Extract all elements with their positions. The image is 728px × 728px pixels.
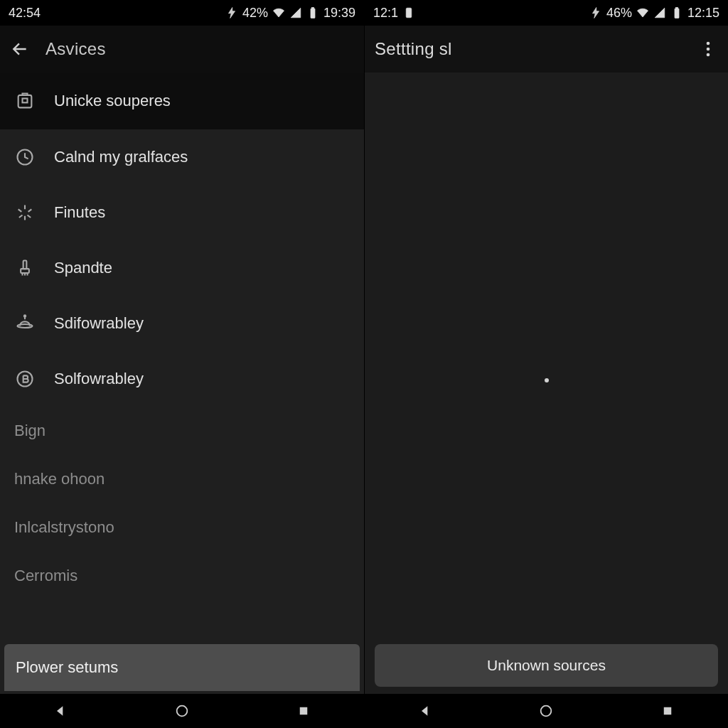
list-item[interactable]: Cerromis <box>0 552 364 600</box>
signal-icon <box>653 6 666 19</box>
svg-rect-5 <box>23 261 27 269</box>
page-title: Settting sl <box>375 39 452 59</box>
svg-point-16 <box>707 48 710 51</box>
hat-icon <box>14 313 36 334</box>
svg-point-17 <box>707 53 710 57</box>
svg-point-10 <box>177 706 188 717</box>
list-item[interactable]: Sdifowrabley <box>0 296 364 351</box>
list-item-label: Solfowrabley <box>54 370 144 388</box>
svg-rect-11 <box>299 707 307 715</box>
bolt-icon <box>589 6 602 19</box>
overflow-menu-button[interactable] <box>698 39 718 59</box>
list-item[interactable]: Inlcalstrystono <box>0 503 364 552</box>
empty-body <box>365 73 728 728</box>
page-title: Asvices <box>46 39 106 59</box>
wifi-icon <box>272 6 285 19</box>
battery-icon <box>670 6 683 19</box>
list-item-label: Bign <box>14 422 46 440</box>
circle-b-icon <box>14 368 36 390</box>
brush-icon <box>14 257 36 279</box>
list-item[interactable]: Spandte <box>0 240 364 296</box>
left-screen: 42:54 42% 19:39 <box>0 0 364 728</box>
nav-back-button[interactable] <box>46 700 75 722</box>
app-bar: Settting sl <box>365 26 728 73</box>
list-item-label: Unicke souperes <box>54 92 171 110</box>
right-screen: 12:1 46% 12:15 <box>364 0 728 728</box>
list-item[interactable]: Finutes <box>0 185 364 240</box>
snackbar-pill[interactable]: Unknown sources <box>375 644 718 687</box>
notification-icon <box>402 6 415 19</box>
list-item[interactable]: Calnd my gralfaces <box>0 129 364 185</box>
nav-home-button[interactable] <box>168 700 196 722</box>
svg-point-15 <box>707 42 710 46</box>
signal-icon <box>289 6 302 19</box>
app-bar: Asvices <box>0 26 364 73</box>
list-item[interactable]: hnake ohoon <box>0 455 364 503</box>
nav-recents-button[interactable] <box>653 700 682 722</box>
status-time-right: 12:15 <box>687 6 719 21</box>
list-item[interactable]: Solfowrabley <box>0 351 364 407</box>
status-time-right: 19:39 <box>323 6 355 21</box>
status-bar: 12:1 46% 12:15 <box>365 0 728 26</box>
list-item-label: Finutes <box>54 203 105 222</box>
status-time-left: 12:1 <box>373 6 398 21</box>
wifi-icon <box>636 6 649 19</box>
svg-rect-13 <box>675 9 679 18</box>
svg-rect-6 <box>21 269 29 273</box>
bottom-pill-label: Plower setums <box>16 658 118 677</box>
package-icon <box>14 90 36 112</box>
back-button[interactable] <box>10 39 30 59</box>
list-item[interactable]: Unicke souperes <box>0 73 364 129</box>
status-battery-pct: 46% <box>606 6 632 21</box>
list-item-label: Spandte <box>54 259 112 277</box>
list-item-label: Inlcalstrystono <box>14 518 114 537</box>
list-item-label: Cerromis <box>14 567 77 585</box>
status-time-left: 42:54 <box>9 6 41 21</box>
list-item-label: Calnd my gralfaces <box>54 148 188 166</box>
nav-home-button[interactable] <box>532 700 560 722</box>
status-battery-pct: 42% <box>242 6 268 21</box>
bottom-highlight-pill[interactable]: Plower setums <box>4 644 360 691</box>
status-bar: 42:54 42% 19:39 <box>0 0 364 26</box>
svg-rect-12 <box>406 8 412 18</box>
nav-bar <box>365 694 728 728</box>
cursor-icon <box>545 378 549 382</box>
clock-icon <box>14 146 36 168</box>
svg-rect-19 <box>664 707 672 715</box>
settings-list[interactable]: Unicke souperes Calnd my gralfaces Finut… <box>0 73 364 728</box>
battery-icon <box>306 6 319 19</box>
snackbar-label: Unknown sources <box>487 657 606 674</box>
svg-point-8 <box>24 315 26 316</box>
nav-back-button[interactable] <box>411 700 439 722</box>
bolt-icon <box>225 6 238 19</box>
list-item[interactable]: Bign <box>0 407 364 455</box>
svg-point-18 <box>541 706 552 717</box>
svg-rect-1 <box>311 8 314 9</box>
svg-rect-3 <box>23 99 28 103</box>
spark-icon <box>14 202 36 223</box>
svg-rect-2 <box>18 95 32 108</box>
nav-bar <box>0 694 364 728</box>
svg-rect-0 <box>311 9 315 18</box>
list-item-label: hnake ohoon <box>14 470 105 488</box>
svg-rect-14 <box>675 8 678 9</box>
nav-recents-button[interactable] <box>289 700 318 722</box>
list-item-label: Sdifowrabley <box>54 314 144 333</box>
